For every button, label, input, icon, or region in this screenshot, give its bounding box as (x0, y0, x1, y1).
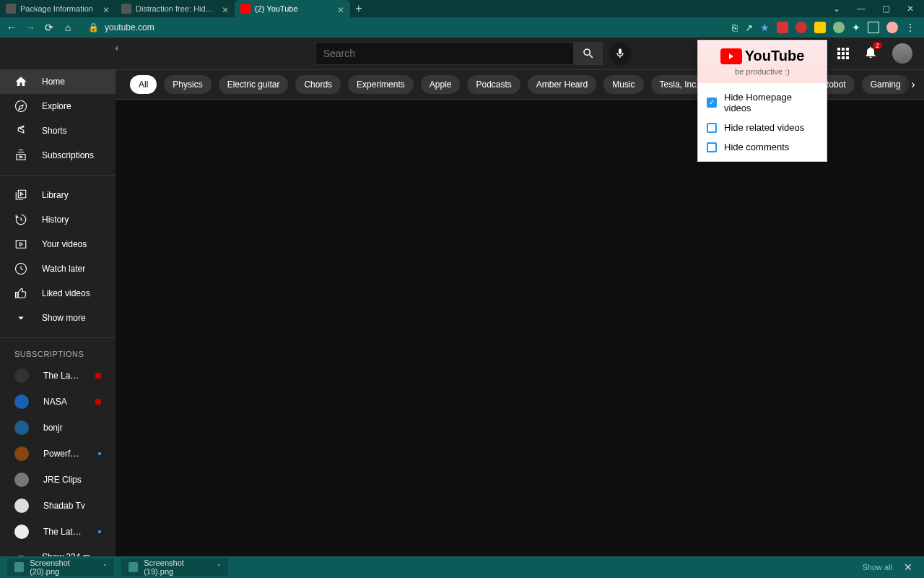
checkbox-icon[interactable] (707, 123, 717, 133)
voice-search-button[interactable] (609, 42, 632, 65)
subscription-item[interactable]: Shadab Tv (0, 493, 116, 519)
chevron-up-icon[interactable]: ˄ (217, 564, 221, 571)
close-icon[interactable]: ✕ (337, 5, 344, 12)
tab-title: Distraction free: Hide YouTube co (136, 4, 217, 13)
search-button[interactable] (574, 42, 603, 65)
option-hide-comments[interactable]: Hide comments (698, 137, 827, 157)
browser-tab-active[interactable]: (2) YouTube ✕ (235, 0, 350, 17)
subscription-item[interactable]: The Late Show wit... (0, 519, 116, 545)
minimize-icon[interactable]: — (856, 4, 866, 14)
window-controls: ⌄ — ▢ ✕ (832, 4, 924, 14)
channel-avatar (14, 525, 29, 539)
chevron-down-icon[interactable]: ⌄ (832, 4, 842, 14)
header-right: 2 (837, 43, 912, 64)
back-button[interactable]: ← (6, 22, 17, 33)
maximize-icon[interactable]: ▢ (881, 4, 891, 14)
divider (0, 337, 116, 338)
sidebar-item-show-more-subs[interactable]: Show 234 more (0, 545, 116, 556)
play-icon (720, 48, 742, 64)
chip[interactable]: Amber Heard (528, 75, 596, 94)
chip-all[interactable]: All (130, 75, 157, 94)
live-indicator-icon (95, 373, 101, 379)
channel-avatar (14, 420, 29, 435)
option-hide-related[interactable]: Hide related videos (698, 118, 827, 137)
close-icon[interactable]: ✕ (222, 5, 229, 12)
show-all-downloads[interactable]: Show all (862, 563, 892, 571)
subscription-item[interactable]: NASA (0, 389, 116, 415)
forward-button[interactable]: → (25, 22, 36, 33)
reload-button[interactable]: ⟳ (43, 22, 55, 33)
sidebar-item-subscriptions[interactable]: Subscriptions (0, 143, 116, 168)
channel-avatar (14, 394, 29, 409)
subscriptions-heading: SUBSCRIPTIONS (0, 345, 116, 363)
sidebar-item-show-more[interactable]: Show more (0, 306, 116, 330)
sidebar-item-library[interactable]: Library (0, 183, 116, 207)
extension-icon[interactable] (833, 22, 845, 33)
file-icon (128, 562, 138, 572)
sidebar-item-explore[interactable]: Explore (0, 94, 116, 118)
sidebar: Home Explore Shorts Subscriptions Librar… (0, 38, 116, 556)
close-icon[interactable]: ✕ (103, 5, 110, 12)
close-icon[interactable]: ✕ (905, 4, 915, 14)
channel-avatar (14, 473, 29, 487)
apps-icon[interactable] (837, 48, 849, 59)
channel-avatar (14, 447, 29, 461)
menu-icon[interactable]: ⋮ (905, 22, 915, 33)
browser-tab[interactable]: Package Information ✕ (0, 0, 116, 17)
share-icon[interactable]: ↗ (745, 22, 753, 33)
sidebar-item-your-videos[interactable]: Your videos (0, 232, 116, 256)
chip[interactable]: Podcasts (467, 75, 520, 94)
explore-icon (14, 100, 27, 113)
extension-icon[interactable] (777, 22, 788, 33)
checkbox-icon[interactable] (707, 142, 717, 152)
new-tab-button[interactable]: + (350, 0, 367, 17)
extension-icons: ⎘ ↗ ★ ✦ ⋮ (732, 22, 918, 33)
avatar[interactable] (892, 43, 912, 64)
extension-options: Hide Homepage videos Hide related videos… (698, 83, 827, 161)
chip[interactable]: Experiments (348, 75, 414, 94)
account-icon[interactable] (868, 22, 879, 33)
profile-icon[interactable] (886, 22, 898, 33)
search-icon (582, 47, 595, 60)
search-input[interactable] (315, 42, 574, 65)
subscription-item[interactable]: JRE Clips (0, 467, 116, 493)
download-item[interactable]: Screenshot (20).png ˄ (7, 558, 114, 576)
extensions-icon[interactable]: ✦ (852, 22, 860, 33)
notifications-button[interactable]: 2 (863, 45, 878, 62)
bookmark-icon[interactable]: ★ (760, 22, 770, 33)
sidebar-item-liked[interactable]: Liked videos (0, 281, 116, 306)
extension-icon[interactable] (796, 22, 807, 33)
option-hide-homepage[interactable]: Hide Homepage videos (698, 87, 827, 118)
url-text: youtube.com (105, 22, 154, 33)
sidebar-item-watch-later[interactable]: Watch later (0, 256, 116, 281)
chip[interactable]: Physics (164, 75, 211, 94)
chevron-down-icon (14, 311, 27, 324)
chip[interactable]: Chords (295, 75, 341, 94)
chips-scroll-right[interactable]: › (902, 70, 924, 99)
chevron-up-icon[interactable]: ˄ (103, 564, 107, 571)
new-content-icon (98, 530, 101, 533)
subscriptions-icon (14, 149, 27, 162)
close-icon[interactable]: ✕ (899, 561, 917, 573)
url-bar[interactable]: 🔒 youtube.com (81, 22, 725, 33)
sidebar-item-history[interactable]: History (0, 207, 116, 232)
checkbox-icon[interactable] (707, 98, 717, 108)
subscription-item[interactable]: bonjr (0, 415, 116, 441)
chip[interactable]: Music (603, 75, 643, 94)
subscription-item[interactable]: The Launch Pad (0, 363, 116, 389)
download-item[interactable]: Screenshot (19).png ˄ (121, 558, 228, 576)
sidebar-item-home[interactable]: Home (0, 69, 116, 94)
chip[interactable]: Apple (421, 75, 461, 94)
sidebar-item-shorts[interactable]: Shorts (0, 118, 116, 143)
chevron-down-icon (14, 551, 27, 556)
new-content-icon (98, 452, 101, 455)
extension-icon[interactable] (814, 22, 826, 33)
browser-tab[interactable]: Distraction free: Hide YouTube co ✕ (116, 0, 235, 17)
home-button[interactable]: ⌂ (62, 22, 74, 33)
favicon (6, 4, 16, 14)
subscription-item[interactable]: PowerfulJRE (0, 441, 116, 467)
install-icon[interactable]: ⎘ (732, 22, 738, 33)
library-icon (14, 189, 27, 202)
chip[interactable]: Electric guitar (219, 75, 289, 94)
watch-later-icon (14, 262, 27, 275)
